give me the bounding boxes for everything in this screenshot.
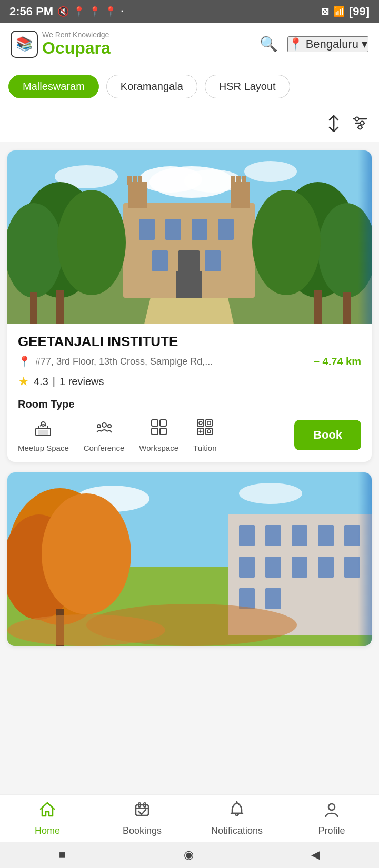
nav-home[interactable]: Home	[0, 795, 95, 842]
svg-rect-69	[265, 525, 281, 546]
conference-label: Conference	[84, 443, 125, 452]
profile-label: Profile	[318, 825, 345, 836]
svg-rect-74	[265, 557, 281, 578]
android-home[interactable]: ◉	[184, 848, 194, 862]
svg-rect-41	[343, 292, 351, 324]
card-footer-1: Meetup Space	[18, 418, 361, 452]
bookings-label: Bookings	[123, 825, 162, 836]
workspace-icon	[149, 418, 168, 440]
svg-rect-68	[239, 525, 255, 546]
svg-point-81	[7, 614, 165, 646]
rating-value-1: 4.3	[34, 376, 48, 388]
svg-rect-40	[314, 290, 322, 324]
bottom-nav: Home Bookings Notifications	[0, 794, 379, 842]
svg-rect-31	[176, 271, 202, 298]
svg-point-65	[42, 493, 131, 614]
svg-rect-30	[242, 176, 246, 185]
card-rating-1: ★ 4.3 | 1 reviews	[18, 374, 361, 389]
star-icon-1: ★	[18, 374, 29, 389]
location-selector[interactable]: 📍 Bengaluru ▾	[287, 36, 368, 52]
android-nav: ■ ◉ ◀	[0, 842, 379, 868]
status-left: 2:56 PM 🔇 📍 📍 📍 ·	[9, 5, 124, 18]
nav-notifications[interactable]: Notifications	[190, 795, 284, 842]
map-pin-icon: 📍	[288, 37, 303, 51]
logo-icon: 📚	[11, 31, 38, 58]
svg-rect-78	[239, 588, 255, 609]
time: 2:56 PM	[9, 5, 53, 18]
svg-rect-54	[206, 420, 212, 426]
logo-tagline: We Rent Knowledge	[42, 31, 111, 39]
svg-rect-71	[318, 525, 334, 546]
svg-point-47	[108, 425, 111, 428]
card-image-wrapper-2	[7, 472, 372, 646]
search-icon[interactable]: 🔍	[260, 35, 278, 53]
nav-bookings[interactable]: Bookings	[95, 795, 190, 842]
svg-rect-43	[38, 430, 48, 435]
tab-hsr-layout[interactable]: HSR Layout	[205, 75, 290, 98]
tuition-label: Tuition	[193, 443, 216, 452]
dot-indicator: ·	[121, 5, 124, 18]
svg-point-45	[102, 423, 106, 427]
card-address-row-1: 📍 #77, 3rd Floor, 13th Cross, Sampige Rd…	[18, 355, 361, 368]
tab-malleswaram[interactable]: Malleswaram	[8, 75, 99, 98]
notifications-icon	[228, 801, 246, 823]
svg-rect-23	[128, 182, 147, 208]
svg-rect-50	[152, 428, 158, 435]
home-icon	[38, 801, 56, 823]
location-icon-1: 📍	[73, 6, 85, 17]
svg-rect-52	[197, 420, 204, 426]
address-pin-icon-1: 📍	[18, 355, 31, 368]
svg-rect-75	[292, 557, 307, 578]
logo-name: Ocupara	[42, 39, 111, 57]
workspace-label: Workspace	[139, 443, 178, 452]
logo-text-area: We Rent Knowledge Ocupara	[42, 31, 111, 57]
header-right: 🔍 📍 Bengaluru ▾	[260, 35, 368, 53]
conference-icon	[95, 418, 114, 440]
svg-rect-79	[265, 588, 281, 609]
room-type-tuition: Tuition	[193, 418, 216, 452]
android-back[interactable]: ◀	[311, 848, 320, 862]
wifi-icon: 📶	[333, 6, 345, 17]
header: 📚 We Rent Knowledge Ocupara 🔍 📍 Bengalur…	[0, 23, 379, 65]
status-right: ⊠ 📶 [99]	[321, 5, 370, 18]
sort-icon[interactable]	[325, 115, 342, 135]
svg-rect-76	[318, 557, 334, 578]
room-types-1: Meetup Space	[18, 418, 217, 452]
svg-rect-55	[207, 421, 211, 425]
home-label: Home	[35, 825, 60, 836]
profile-icon	[323, 801, 341, 823]
status-bar: 2:56 PM 🔇 📍 📍 📍 · ⊠ 📶 [99]	[0, 0, 379, 23]
android-recent-apps[interactable]: ■	[59, 848, 66, 862]
logo-area: 📚 We Rent Knowledge Ocupara	[11, 31, 111, 58]
room-type-meetup: Meetup Space	[18, 418, 69, 452]
svg-rect-51	[160, 428, 166, 435]
book-button-1[interactable]: Book	[294, 420, 361, 450]
svg-rect-28	[231, 176, 235, 185]
meetup-icon	[34, 418, 53, 440]
bookings-icon	[133, 801, 151, 823]
sort-filter-row	[0, 108, 379, 142]
location-icon-3: 📍	[105, 6, 116, 17]
notifications-label: Notifications	[211, 825, 263, 836]
tab-koramangala[interactable]: Koramangala	[106, 75, 197, 98]
svg-point-3	[355, 117, 359, 121]
svg-rect-29	[236, 176, 241, 185]
filter-icon[interactable]	[352, 115, 368, 135]
reviews-count-1: 1 reviews	[59, 376, 104, 388]
institute-card-1: GEETANJALI INSTITUTE 📍 #77, 3rd Floor, 1…	[7, 150, 372, 462]
card-image-wrapper-1	[7, 150, 372, 324]
svg-point-58	[207, 430, 211, 433]
nav-profile[interactable]: Profile	[284, 795, 379, 842]
svg-point-46	[97, 425, 101, 428]
card-image-1	[7, 150, 372, 324]
svg-point-87	[328, 804, 335, 810]
svg-rect-19	[218, 219, 234, 240]
card-image-2	[7, 472, 372, 646]
svg-rect-57	[206, 428, 212, 435]
svg-rect-17	[165, 219, 181, 240]
svg-point-53	[199, 421, 202, 425]
svg-rect-38	[56, 290, 64, 324]
institute-card-2	[7, 472, 372, 646]
screen-record-icon: ⊠	[321, 6, 329, 17]
svg-point-4	[361, 122, 364, 125]
